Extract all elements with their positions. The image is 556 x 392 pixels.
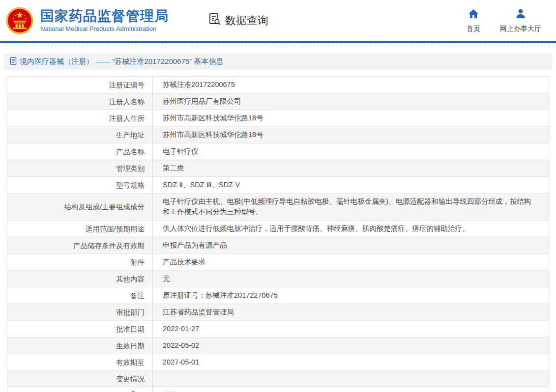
nav-online-hall-label: 网上办事大厅 [500,25,541,33]
top-nav: 首页 网上办事大厅 [467,8,541,33]
info-table: 注册证编号苏械注准20172200675注册人名称苏州医疗用品厂有限公司注册人住… [7,76,549,392]
row-value: 申报产品为有源产品 [153,237,549,253]
table-row: 备注原注册证号：苏械注准20172270675 [7,287,549,304]
home-icon [468,8,479,22]
row-value: 供人体穴位进行低频电脉冲治疗，适用于腰酸背痛、神经麻痹、肌肉酸楚痛症、痹症的辅助… [153,221,549,237]
table-row: 其他内容无 [7,271,549,287]
row-value: 电子针疗仪由主机、电极(中低频理疗导电自粘胶电极、毫针电极金属夹)、电源适配器和… [153,194,549,220]
page-title-bar: 境内医疗器械（注册） —— “苏械注准20172200675” 基本信息 [4,54,552,70]
page-title: 境内医疗器械（注册） —— “苏械注准20172200675” 基本信息 [20,57,223,66]
row-label: 其他内容 [7,271,153,287]
table-row: 产品名称电子针疗仪 [7,143,549,160]
row-value: 2027-05-01 [153,354,549,370]
table-row: 生产地址苏州市高新区科技城华佗路18号 [7,127,549,143]
row-value [153,371,549,387]
table-row: 管理类别第二类 [7,160,549,177]
row-label: 适用范围/预期用途 [7,221,153,237]
table-row: 结构及组成/主要组成成分电子针疗仪由主机、电极(中低频理疗导电自粘胶电极、毫针电… [7,194,549,221]
table-row: 批准日期2022-01-27 [7,321,549,337]
row-label: 审批部门 [7,304,153,320]
row-label: 注册人名称 [7,93,153,110]
nav-home[interactable]: 首页 [467,8,480,33]
balloon-note-icon [130,391,138,392]
table-row: 有效期至2027-05-01 [7,354,549,371]
table-row: 注册人名称苏州医疗用品厂有限公司 [7,93,549,110]
row-label: 变更情况 [7,371,153,387]
row-value: 江苏省药品监督管理局 [153,304,549,320]
table-row: 注册人住所苏州市高新区科技城华佗路18号 [7,110,549,127]
data-query-section[interactable]: 数据查询 [208,12,268,29]
row-label: 附件 [7,254,153,270]
user-icon [515,8,527,22]
row-label: 注册证编号 [7,77,153,93]
table-row: 型号规格SDZ-Ⅱ、SDZ-Ⅲ、SDZ-V [7,177,549,194]
table-row: 注详情 [7,387,549,392]
row-value: 第二类 [153,160,549,176]
row-label: 生产地址 [7,127,153,143]
agency-name-cn: 国家药品监督管理局 [40,9,169,24]
row-value: 2022-01-27 [153,321,549,337]
national-emblem-logo [6,7,33,34]
row-label: 管理类别 [7,160,153,176]
row-label-text: 注 [138,391,145,392]
row-value: 苏械注准20172200675 [153,77,549,93]
row-label: 生效日期 [7,337,153,354]
page-header: 国家药品监督管理局 National Medical Products Admi… [0,0,556,43]
table-row: 产品储存条件及有效期申报产品为有源产品 [7,237,549,254]
data-query-label: 数据查询 [225,13,268,28]
doc-search-icon [208,12,225,29]
row-value: 电子针疗仪 [153,143,549,160]
table-row: 生效日期2022-05-02 [7,337,549,354]
row-value: SDZ-Ⅱ、SDZ-Ⅲ、SDZ-V [153,177,549,193]
row-label: 产品储存条件及有效期 [7,237,153,253]
table-row: 注册证编号苏械注准20172200675 [7,77,549,93]
row-label: 产品名称 [7,143,153,160]
detail-link[interactable]: 详情 [163,390,177,392]
row-value: 苏州市高新区科技城华佗路18号 [153,127,549,143]
row-value: 产品技术要求 [153,254,549,270]
table-row: 审批部门江苏省药品监督管理局 [7,304,549,321]
row-label: 有效期至 [7,354,153,370]
table-row: 适用范围/预期用途供人体穴位进行低频电脉冲治疗，适用于腰酸背痛、神经麻痹、肌肉酸… [7,221,549,237]
row-value: 详情 [153,387,549,392]
decorative-stripe-band [0,43,556,48]
row-label: 注册人住所 [7,110,153,126]
row-label: 注 [7,387,153,392]
row-value: 2022-05-02 [153,337,549,354]
row-label: 批准日期 [7,321,153,337]
document-icon [10,57,20,66]
table-row: 附件产品技术要求 [7,254,549,271]
row-value: 原注册证号：苏械注准20172270675 [153,287,549,304]
nav-home-label: 首页 [467,25,480,33]
row-value: 苏州医疗用品厂有限公司 [153,93,549,110]
agency-name-en: National Medical Products Administration [40,25,169,32]
table-row: 变更情况 [7,371,549,387]
nav-online-hall[interactable]: 网上办事大厅 [500,8,541,33]
row-label: 备注 [7,287,153,304]
agency-title-block: 国家药品监督管理局 National Medical Products Admi… [40,9,169,32]
row-value: 苏州市高新区科技城华佗路18号 [153,110,549,126]
row-label: 结构及组成/主要组成成分 [7,194,153,220]
row-label: 型号规格 [7,177,153,193]
row-value: 无 [153,271,549,287]
